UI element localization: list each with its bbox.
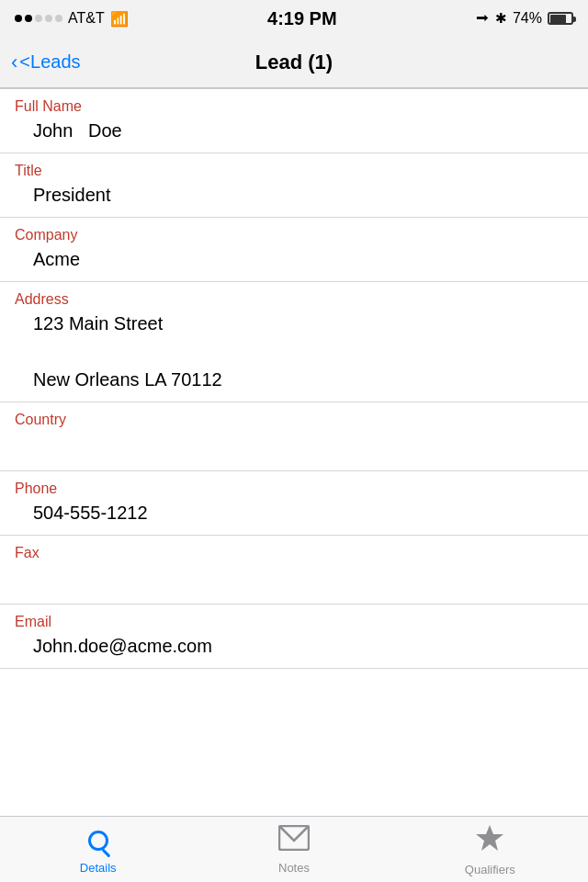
back-label: <Leads	[19, 51, 80, 73]
signal-dot-1	[15, 15, 22, 22]
status-bar: AT&T 📶 4:19 PM ⮕ ✱ 74%	[0, 0, 588, 37]
signal-dot-4	[45, 15, 52, 22]
star-icon	[474, 823, 505, 859]
bluetooth-icon: ✱	[495, 10, 507, 27]
battery-fill	[550, 15, 566, 24]
page-title: Lead (1)	[255, 51, 333, 74]
nav-bar: ‹ <Leads Lead (1)	[0, 37, 588, 88]
back-button[interactable]: ‹ <Leads	[11, 51, 81, 74]
address-line1: 123 Main Street	[0, 310, 588, 340]
back-chevron-icon: ‹	[11, 51, 17, 74]
address-label: Address	[0, 282, 588, 310]
title-value: President	[0, 181, 588, 217]
company-label: Company	[0, 218, 588, 245]
qualifiers-tab-label: Qualifiers	[465, 863, 515, 876]
field-email: Email John.doe@acme.com	[0, 605, 588, 669]
location-icon: ⮕	[476, 11, 490, 27]
country-label: Country	[0, 402, 588, 437]
search-icon	[82, 824, 115, 857]
field-fullname: Full Name John Doe	[0, 89, 588, 153]
envelope-icon	[278, 825, 310, 857]
field-fax: Fax	[0, 536, 588, 605]
content-area: Full Name John Doe Title President Compa…	[0, 88, 588, 816]
tab-notes[interactable]: Notes	[196, 818, 391, 882]
address-spacer	[0, 340, 588, 366]
phone-label: Phone	[0, 471, 588, 499]
status-right: ⮕ ✱ 74%	[476, 10, 573, 27]
company-value: Acme	[0, 245, 588, 281]
signal-dot-5	[55, 15, 62, 22]
tab-qualifiers[interactable]: Qualifiers	[392, 816, 588, 883]
signal-dot-3	[35, 15, 42, 22]
status-left: AT&T 📶	[15, 10, 129, 28]
address-line2: New Orleans LA 70112	[0, 366, 588, 401]
fullname-label: Full Name	[0, 89, 588, 117]
content-bottom-spacer	[0, 669, 588, 742]
field-country: Country	[0, 402, 588, 471]
signal-dots	[15, 15, 62, 22]
field-phone: Phone 504-555-1212	[0, 471, 588, 536]
fax-label: Fax	[0, 536, 588, 571]
title-label: Title	[0, 153, 588, 181]
phone-value: 504-555-1212	[0, 499, 588, 535]
email-value: John.doe@acme.com	[0, 632, 588, 668]
email-label: Email	[0, 605, 588, 632]
field-company: Company Acme	[0, 218, 588, 282]
fullname-value: John Doe	[0, 117, 588, 153]
status-time: 4:19 PM	[267, 8, 337, 29]
battery-percent: 74%	[513, 10, 542, 27]
tab-details[interactable]: Details	[0, 817, 196, 882]
details-tab-label: Details	[80, 861, 117, 875]
svg-marker-1	[476, 825, 503, 851]
field-address: Address 123 Main Street New Orleans LA 7…	[0, 282, 588, 402]
wifi-icon: 📶	[110, 10, 129, 28]
carrier-label: AT&T	[68, 10, 105, 27]
notes-tab-label: Notes	[278, 861, 310, 875]
battery-icon	[548, 12, 573, 25]
country-value	[0, 437, 588, 470]
signal-dot-2	[25, 15, 32, 22]
field-title: Title President	[0, 153, 588, 218]
fax-value	[0, 571, 588, 604]
tab-bar: Details Notes Qualifiers	[0, 816, 588, 882]
